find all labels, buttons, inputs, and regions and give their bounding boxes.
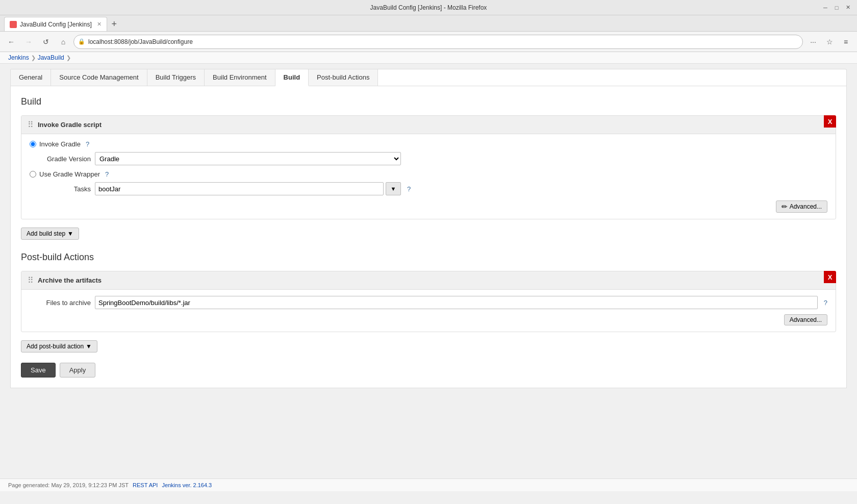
add-build-step-button[interactable]: Add build step ▼	[21, 228, 79, 240]
invoke-gradle-header: ⠿ Invoke Gradle script X	[21, 116, 836, 134]
archive-artifacts-title: Archive the artifacts	[38, 276, 102, 284]
browser-tab-bar: JavaBuild Config [Jenkins] ✕ +	[0, 15, 857, 32]
archive-drag-handle[interactable]: ⠿	[28, 275, 34, 285]
add-build-step-row: Add build step ▼	[21, 228, 836, 240]
page-generated-text: Page generated: May 29, 2019, 9:12:23 PM…	[8, 482, 129, 488]
archive-artifacts-card: ⠿ Archive the artifacts X Files to archi…	[21, 271, 836, 332]
invoke-gradle-help-icon[interactable]: ?	[86, 140, 89, 148]
pencil-icon: ✏	[782, 203, 788, 211]
archive-artifacts-body: Files to archive ? Advanced...	[21, 290, 836, 332]
new-tab-button[interactable]: +	[107, 17, 121, 31]
archive-advanced-label: Advanced...	[790, 316, 822, 323]
files-to-archive-label: Files to archive	[30, 299, 91, 307]
toolbar-right: ··· ☆ ≡	[806, 35, 853, 49]
favicon	[10, 21, 17, 28]
add-build-step-chevron: ▼	[67, 230, 73, 237]
url-text: localhost:8088/job/JavaBuild/configure	[88, 38, 193, 45]
archive-artifacts-header: ⠿ Archive the artifacts X	[21, 271, 836, 290]
breadcrumb-sep-2: ❯	[66, 55, 71, 61]
address-bar[interactable]: 🔒 localhost:8088/job/JavaBuild/configure	[73, 35, 803, 49]
build-section-title: Build	[21, 96, 836, 107]
archive-advanced-row: Advanced...	[30, 314, 827, 325]
browser-toolbar: ← → ↺ ⌂ 🔒 localhost:8088/job/JavaBuild/c…	[0, 32, 857, 52]
invoke-gradle-radio[interactable]	[30, 141, 36, 147]
main-content: General Source Code Management Build Tri…	[0, 64, 857, 478]
add-post-build-row: Add post-build action ▼	[21, 340, 836, 352]
breadcrumb-sep-1: ❯	[31, 55, 36, 61]
gradle-version-label: Gradle Version	[30, 155, 91, 163]
action-buttons: Save Apply	[21, 363, 836, 377]
save-button[interactable]: Save	[21, 363, 56, 377]
gradle-version-select[interactable]: Gradle	[95, 152, 401, 165]
minimize-button[interactable]: ─	[821, 4, 829, 12]
close-window-button[interactable]: ✕	[844, 4, 852, 12]
apply-button[interactable]: Apply	[60, 363, 96, 377]
tab-build-environment[interactable]: Build Environment	[205, 69, 275, 86]
invoke-gradle-body: Invoke Gradle ? Gradle Version Gradle Us…	[21, 134, 836, 219]
close-tab-button[interactable]: ✕	[97, 21, 102, 28]
gradle-advanced-label: Advanced...	[790, 203, 822, 210]
reader-button[interactable]: ≡	[839, 35, 853, 49]
window-title: JavaBuild Config [Jenkins] - Mozilla Fir…	[370, 4, 487, 11]
gradle-advanced-button[interactable]: ✏ Advanced...	[776, 200, 827, 213]
tasks-input[interactable]	[95, 182, 384, 195]
config-tabs: General Source Code Management Build Tri…	[10, 69, 847, 86]
delete-invoke-gradle-button[interactable]: X	[824, 115, 836, 128]
tasks-help-icon[interactable]: ?	[407, 185, 411, 193]
breadcrumb-jenkins[interactable]: Jenkins	[8, 54, 29, 61]
titlebar: JavaBuild Config [Jenkins] - Mozilla Fir…	[0, 0, 857, 15]
tasks-dropdown-button[interactable]: ▼	[386, 182, 401, 195]
invoke-gradle-label: Invoke Gradle	[39, 140, 81, 148]
back-button[interactable]: ←	[4, 35, 18, 49]
invoke-gradle-card: ⠿ Invoke Gradle script X Invoke Gradle ?…	[21, 115, 836, 219]
browser-tab-label: JavaBuild Config [Jenkins]	[20, 21, 92, 28]
maximize-button[interactable]: □	[833, 4, 841, 12]
archive-advanced-button[interactable]: Advanced...	[784, 314, 827, 325]
use-wrapper-help-icon[interactable]: ?	[105, 170, 109, 178]
invoke-gradle-radio-row: Invoke Gradle ?	[30, 140, 827, 148]
jenkins-version-link[interactable]: Jenkins ver. 2.164.3	[162, 482, 212, 488]
tab-post-build-actions[interactable]: Post-build Actions	[309, 69, 378, 86]
invoke-gradle-title: Invoke Gradle script	[38, 121, 102, 129]
drag-handle[interactable]: ⠿	[28, 120, 34, 130]
reload-button[interactable]: ↺	[39, 35, 53, 49]
tasks-input-wrap: ▼	[95, 182, 401, 195]
forward-button[interactable]: →	[21, 35, 36, 49]
add-build-step-label: Add build step	[27, 230, 65, 237]
add-post-build-chevron: ▼	[86, 343, 92, 350]
use-gradle-wrapper-radio[interactable]	[30, 171, 36, 178]
config-panel: Build ⠿ Invoke Gradle script X Invoke Gr…	[10, 86, 847, 388]
use-gradle-wrapper-label: Use Gradle Wrapper	[39, 170, 100, 178]
bookmark-button[interactable]: ☆	[822, 35, 837, 49]
tab-build[interactable]: Build	[275, 69, 309, 86]
gradle-version-row: Gradle Version Gradle	[30, 152, 827, 165]
rest-api-link[interactable]: REST API	[133, 482, 158, 488]
window-controls: ─ □ ✕	[821, 4, 852, 12]
lock-icon: 🔒	[78, 38, 85, 45]
files-help-icon[interactable]: ?	[824, 299, 827, 307]
active-browser-tab[interactable]: JavaBuild Config [Jenkins] ✕	[4, 17, 107, 31]
tab-source-code-management[interactable]: Source Code Management	[51, 69, 147, 86]
tab-general[interactable]: General	[11, 69, 51, 86]
tasks-label: Tasks	[30, 185, 91, 193]
add-post-build-label: Add post-build action	[27, 343, 84, 350]
breadcrumb-javabuild[interactable]: JavaBuild	[38, 54, 64, 61]
page-footer: Page generated: May 29, 2019, 9:12:23 PM…	[0, 478, 857, 491]
files-to-archive-row: Files to archive ?	[30, 296, 827, 309]
use-wrapper-radio-row: Use Gradle Wrapper ?	[30, 170, 827, 178]
delete-archive-button[interactable]: X	[824, 271, 836, 283]
home-button[interactable]: ⌂	[56, 35, 70, 49]
post-build-section-title: Post-build Actions	[21, 252, 836, 263]
more-button[interactable]: ···	[806, 35, 820, 49]
add-post-build-action-button[interactable]: Add post-build action ▼	[21, 340, 97, 352]
files-to-archive-input[interactable]	[95, 296, 818, 309]
tasks-row: Tasks ▼ ?	[30, 182, 827, 195]
tab-build-triggers[interactable]: Build Triggers	[147, 69, 205, 86]
breadcrumb: Jenkins ❯ JavaBuild ❯	[0, 52, 857, 64]
gradle-advanced-row: ✏ Advanced...	[30, 200, 827, 213]
